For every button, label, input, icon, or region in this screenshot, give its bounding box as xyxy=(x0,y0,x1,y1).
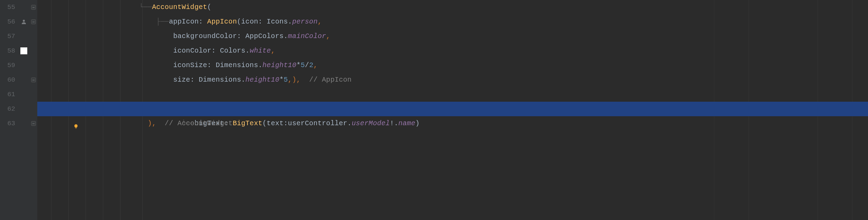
line-number: 61 xyxy=(0,87,15,102)
fold-toggle-icon[interactable] xyxy=(31,19,36,24)
editor-gutter: 55 56 57 58 59 60 61 62 63 xyxy=(0,0,37,220)
fold-toggle-icon[interactable] xyxy=(31,77,36,82)
line-number-column: 55 56 57 58 59 60 61 62 63 xyxy=(0,0,18,220)
property: white xyxy=(250,47,271,55)
code-line[interactable]: └──AccountWidget( xyxy=(37,0,868,15)
gutter-annotations xyxy=(18,0,30,220)
closing-label-comment: // AccountWidget xyxy=(165,119,233,127)
code-line[interactable]: iconColor: Colors.white, xyxy=(37,44,868,58)
param-name: backgroundColor: xyxy=(173,32,245,40)
property: mainColor xyxy=(288,32,326,40)
code-line-current[interactable]: └──bigText: BigText(text:userController.… xyxy=(37,102,868,116)
code-line[interactable]: size: Dimensions.height10*5,), // AppIco… xyxy=(37,73,868,87)
property: height10 xyxy=(262,61,296,69)
class-name: AccountWidget xyxy=(152,3,207,11)
fold-column xyxy=(30,0,37,220)
number-literal: 5 xyxy=(301,61,305,69)
line-number: 56 xyxy=(0,15,15,29)
intention-bulb-icon[interactable] xyxy=(39,106,46,112)
param-name: size: xyxy=(173,76,199,84)
class-name: AppIcon xyxy=(207,18,237,26)
code-line[interactable]: ), // AccountWidget xyxy=(37,116,868,131)
line-number: 55 xyxy=(0,0,15,15)
line-number: 57 xyxy=(0,29,15,44)
line-number: 58 xyxy=(0,44,15,58)
tree-connector-icon: └── xyxy=(37,0,152,15)
line-number: 60 xyxy=(0,73,15,87)
param-name: iconSize: xyxy=(173,61,216,69)
property: height10 xyxy=(245,76,279,84)
param-name: iconColor: xyxy=(173,47,220,55)
number-literal: 2 xyxy=(309,61,313,69)
breakpoint-marker[interactable] xyxy=(18,44,30,58)
closing-label-comment: // AppIcon xyxy=(309,76,351,84)
line-number: 62 xyxy=(0,102,15,116)
svg-point-0 xyxy=(23,20,25,22)
tree-connector-icon: ├── xyxy=(37,15,169,29)
code-line[interactable]: ├──appIcon: AppIcon(icon: Icons.person, xyxy=(37,15,868,29)
author-annotation-icon xyxy=(18,15,30,29)
param-name: appIcon: xyxy=(169,18,207,26)
code-line[interactable] xyxy=(37,87,868,102)
line-number: 63 xyxy=(0,116,15,131)
fold-toggle-icon[interactable] xyxy=(31,5,36,10)
paren: ( xyxy=(207,3,211,11)
param-name: icon: xyxy=(241,18,267,26)
code-area[interactable]: └──AccountWidget( ├──appIcon: AppIcon(ic… xyxy=(37,0,868,220)
property: person xyxy=(292,18,318,26)
number-literal: 5 xyxy=(284,76,288,84)
code-line[interactable]: iconSize: Dimensions.height10*5/2, xyxy=(37,58,868,73)
code-editor[interactable]: 55 56 57 58 59 60 61 62 63 xyxy=(0,0,868,220)
code-line[interactable]: backgroundColor: AppColors.mainColor, xyxy=(37,29,868,44)
fold-toggle-icon[interactable] xyxy=(31,121,36,126)
line-number: 59 xyxy=(0,58,15,73)
